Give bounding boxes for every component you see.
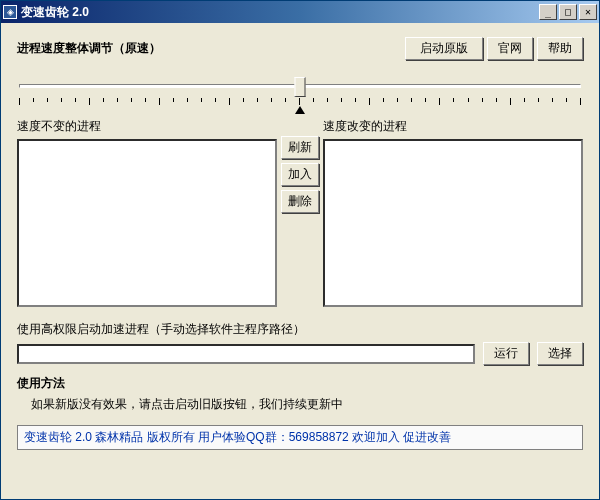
path-section: 使用高权限启动加速进程（手动选择软件主程序路径） 运行 选择 [17, 321, 583, 365]
slider-ticks [19, 98, 581, 105]
speed-slider[interactable] [17, 72, 583, 112]
refresh-button[interactable]: 刷新 [281, 136, 319, 159]
path-input[interactable] [17, 344, 475, 364]
unchanged-process-listbox[interactable] [17, 139, 277, 307]
unchanged-list-label: 速度不变的进程 [17, 118, 277, 135]
speed-section-label: 进程速度整体调节（原速） [17, 40, 401, 57]
path-label: 使用高权限启动加速进程（手动选择软件主程序路径） [17, 321, 583, 338]
maximize-button[interactable]: □ [559, 4, 577, 20]
app-icon: ◈ [3, 5, 17, 19]
changed-list-label: 速度改变的进程 [323, 118, 583, 135]
run-button[interactable]: 运行 [483, 342, 529, 365]
process-lists-row: 速度不变的进程 刷新 加入 删除 速度改变的进程 [17, 118, 583, 307]
path-row: 运行 选择 [17, 342, 583, 365]
slider-thumb[interactable] [295, 77, 306, 97]
help-button[interactable]: 帮助 [537, 37, 583, 60]
unchanged-list-col: 速度不变的进程 [17, 118, 277, 307]
remove-button[interactable]: 删除 [281, 190, 319, 213]
app-window: ◈ 变速齿轮 2.0 _ □ ✕ 进程速度整体调节（原速） 启动原版 官网 帮助… [0, 0, 600, 500]
changed-process-listbox[interactable] [323, 139, 583, 307]
minimize-button[interactable]: _ [539, 4, 557, 20]
body: 进程速度整体调节（原速） 启动原版 官网 帮助 速度不变的进程 刷新 加入 删除… [1, 23, 599, 499]
add-button[interactable]: 加入 [281, 163, 319, 186]
usage-title: 使用方法 [17, 375, 583, 392]
window-controls: _ □ ✕ [539, 4, 597, 20]
list-action-buttons: 刷新 加入 删除 [281, 118, 319, 307]
title-bar: ◈ 变速齿轮 2.0 _ □ ✕ [1, 1, 599, 23]
launch-original-button[interactable]: 启动原版 [405, 37, 483, 60]
official-site-button[interactable]: 官网 [487, 37, 533, 60]
usage-body: 如果新版没有效果，请点击启动旧版按钮，我们持续更新中 [17, 396, 583, 413]
changed-list-col: 速度改变的进程 [323, 118, 583, 307]
usage-section: 使用方法 如果新版没有效果，请点击启动旧版按钮，我们持续更新中 [17, 375, 583, 413]
slider-center-pointer [295, 106, 305, 114]
browse-button[interactable]: 选择 [537, 342, 583, 365]
header-row: 进程速度整体调节（原速） 启动原版 官网 帮助 [17, 37, 583, 60]
close-button[interactable]: ✕ [579, 4, 597, 20]
window-title: 变速齿轮 2.0 [21, 4, 539, 21]
footer-info: 变速齿轮 2.0 森林精品 版权所有 用户体验QQ群：569858872 欢迎加… [17, 425, 583, 450]
